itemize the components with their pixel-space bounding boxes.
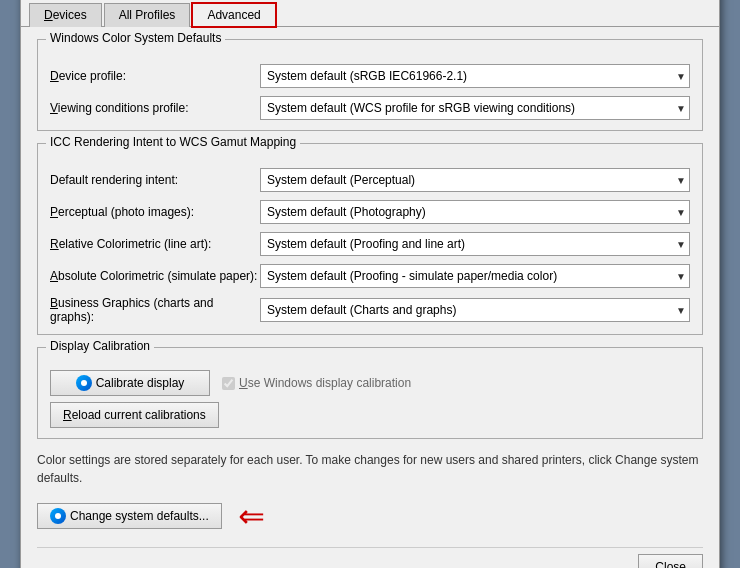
device-profile-select-wrapper: System default (sRGB IEC61966-2.1) ▼	[260, 64, 690, 88]
calibrate-display-row: Calibrate display Use Windows display ca…	[50, 370, 690, 396]
absolute-colorimetric-select[interactable]: System default (Proofing - simulate pape…	[260, 264, 690, 288]
change-system-defaults-label: Change system defaults...	[70, 509, 209, 523]
windows-color-section: Windows Color System Defaults Device pro…	[37, 39, 703, 131]
viewing-conditions-row: Viewing conditions profile: System defau…	[50, 96, 690, 120]
absolute-colorimetric-label: Absolute Colorimetric (simulate paper):	[50, 269, 260, 283]
footer: Close	[37, 547, 703, 568]
main-content: Windows Color System Defaults Device pro…	[21, 27, 719, 568]
business-graphics-row: Business Graphics (charts and graphs): S…	[50, 296, 690, 324]
reload-calibrations-label: Reload current calibrations	[63, 408, 206, 422]
absolute-colorimetric-select-wrapper: System default (Proofing - simulate pape…	[260, 264, 690, 288]
display-calibration-section: Display Calibration Calibrate display Us…	[37, 347, 703, 439]
change-system-defaults-button[interactable]: Change system defaults...	[37, 503, 222, 529]
display-calibration-title: Display Calibration	[46, 339, 154, 353]
business-graphics-select[interactable]: System default (Charts and graphs)	[260, 298, 690, 322]
absolute-colorimetric-row: Absolute Colorimetric (simulate paper): …	[50, 264, 690, 288]
tab-advanced[interactable]: Advanced	[192, 3, 275, 27]
use-windows-calibration-checkbox[interactable]	[222, 377, 235, 390]
tab-devices[interactable]: Devices	[29, 3, 102, 27]
tab-bar: Devices All Profiles Advanced	[21, 0, 719, 27]
tab-advanced-label: Advanced	[207, 8, 260, 22]
relative-colorimetric-label: Relative Colorimetric (line art):	[50, 237, 260, 251]
use-windows-calibration-row: Use Windows display calibration	[222, 376, 411, 390]
reload-calibrations-button[interactable]: Reload current calibrations	[50, 402, 219, 428]
perceptual-row: Perceptual (photo images): System defaul…	[50, 200, 690, 224]
info-text: Color settings are stored separately for…	[37, 451, 703, 487]
reload-calibrations-row: Reload current calibrations	[50, 402, 690, 428]
default-rendering-select-wrapper: System default (Perceptual) ▼	[260, 168, 690, 192]
default-rendering-select[interactable]: System default (Perceptual)	[260, 168, 690, 192]
calibrate-display-icon	[76, 375, 92, 391]
relative-colorimetric-select-wrapper: System default (Proofing and line art) ▼	[260, 232, 690, 256]
business-graphics-label: Business Graphics (charts and graphs):	[50, 296, 260, 324]
color-management-window: Color Management ─ □ ✕ Devices All Profi…	[20, 0, 720, 568]
use-windows-calibration-label: Use Windows display calibration	[239, 376, 411, 390]
viewing-conditions-select[interactable]: System default (WCS profile for sRGB vie…	[260, 96, 690, 120]
calibrate-display-button[interactable]: Calibrate display	[50, 370, 210, 396]
perceptual-label: Perceptual (photo images):	[50, 205, 260, 219]
bottom-row: Change system defaults... ⇒	[37, 497, 703, 535]
calibrate-display-label: Calibrate display	[96, 376, 185, 390]
device-profile-label: Device profile:	[50, 69, 260, 83]
viewing-conditions-label: Viewing conditions profile:	[50, 101, 260, 115]
icc-rendering-section: ICC Rendering Intent to WCS Gamut Mappin…	[37, 143, 703, 335]
relative-colorimetric-row: Relative Colorimetric (line art): System…	[50, 232, 690, 256]
relative-colorimetric-select[interactable]: System default (Proofing and line art)	[260, 232, 690, 256]
windows-color-title: Windows Color System Defaults	[46, 31, 225, 45]
perceptual-select-wrapper: System default (Photography) ▼	[260, 200, 690, 224]
icc-rendering-title: ICC Rendering Intent to WCS Gamut Mappin…	[46, 135, 300, 149]
arrow-right-icon: ⇒	[238, 497, 265, 535]
tab-devices-label: Devices	[44, 8, 87, 22]
close-footer-button[interactable]: Close	[638, 554, 703, 568]
tab-all-profiles-label: All Profiles	[119, 8, 176, 22]
tab-all-profiles[interactable]: All Profiles	[104, 3, 191, 27]
device-profile-row: Device profile: System default (sRGB IEC…	[50, 64, 690, 88]
business-graphics-select-wrapper: System default (Charts and graphs) ▼	[260, 298, 690, 322]
viewing-conditions-select-wrapper: System default (WCS profile for sRGB vie…	[260, 96, 690, 120]
default-rendering-row: Default rendering intent: System default…	[50, 168, 690, 192]
default-rendering-label: Default rendering intent:	[50, 173, 260, 187]
perceptual-select[interactable]: System default (Photography)	[260, 200, 690, 224]
device-profile-select[interactable]: System default (sRGB IEC61966-2.1)	[260, 64, 690, 88]
change-defaults-icon	[50, 508, 66, 524]
